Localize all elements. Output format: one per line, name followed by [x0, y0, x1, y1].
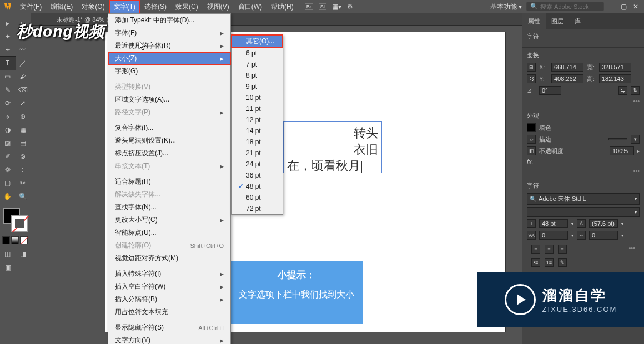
size-item[interactable]: 14 pt: [232, 125, 283, 136]
magic-wand-tool[interactable]: ✦: [0, 30, 16, 43]
stroke-swatch-mini[interactable]: ▱: [527, 135, 536, 144]
menu-file[interactable]: 文件(F): [16, 0, 46, 13]
tab-properties[interactable]: 属性: [522, 13, 546, 29]
type-menu-item[interactable]: 字体(F): [108, 27, 230, 39]
size-item[interactable]: 10 pt: [232, 92, 283, 103]
shaper-tool[interactable]: ✎: [0, 83, 16, 97]
zoom-tool[interactable]: 🔍: [16, 190, 31, 203]
bridge-icon[interactable]: Br: [305, 3, 313, 10]
type-menu-item[interactable]: 适合标题(H): [108, 175, 230, 188]
flip-h-icon[interactable]: ⇋: [618, 86, 627, 95]
more-options-icon[interactable]: •••: [527, 98, 640, 104]
type-menu-item[interactable]: 查找字体(N)...: [108, 201, 230, 214]
eyedropper-tool[interactable]: ✐: [0, 150, 16, 163]
curvature-tool[interactable]: 〰: [16, 43, 31, 57]
type-menu-item[interactable]: 显示隐藏字符(S)Alt+Ctrl+I: [108, 321, 230, 334]
shape-builder-tool[interactable]: ◑: [0, 123, 16, 136]
color-swatch[interactable]: [2, 208, 28, 232]
type-menu-item[interactable]: 字形(G): [108, 65, 230, 78]
menu-object[interactable]: 对象(O): [77, 0, 109, 13]
align-center-icon[interactable]: ≡: [545, 245, 554, 254]
tab-layers[interactable]: 图层: [546, 13, 569, 29]
scale-tool[interactable]: ⤢: [16, 97, 31, 110]
opacity-field[interactable]: 100%: [610, 146, 634, 155]
arrange-docs-icon[interactable]: ▦▾: [332, 3, 341, 11]
type-menu-item[interactable]: 标点挤压设置(J)...: [108, 147, 230, 160]
menu-window[interactable]: 窗口(W): [234, 0, 266, 13]
search-stock-input[interactable]: [540, 3, 600, 10]
close-icon[interactable]: ✕: [631, 3, 641, 11]
type-menu-item[interactable]: 避头尾法则设置(K)...: [108, 134, 230, 147]
slice-tool[interactable]: ✂: [16, 176, 31, 190]
syringe-icon[interactable]: ✎: [558, 258, 567, 267]
type-menu-item[interactable]: 插入特殊字符(I): [108, 267, 230, 280]
rotate-tool[interactable]: ⟳: [0, 97, 16, 110]
align-left-icon[interactable]: ≡: [531, 245, 540, 254]
h-field[interactable]: 182.143: [599, 74, 631, 83]
line-segment-tool[interactable]: ／: [16, 57, 31, 70]
type-menu-item[interactable]: 复合字体(I)...: [108, 122, 230, 134]
paintbrush-tool[interactable]: 🖌: [16, 70, 31, 83]
size-other-item[interactable]: 其它(O)...: [232, 35, 283, 48]
perspective-grid-tool[interactable]: ▦: [16, 123, 31, 136]
maximize-icon[interactable]: ▢: [618, 3, 628, 11]
menu-view[interactable]: 视图(V): [203, 0, 234, 13]
eraser-tool[interactable]: ⌫: [16, 83, 31, 97]
font-size-field[interactable]: 48 pt: [539, 219, 568, 228]
stroke-dropdown-icon[interactable]: ▾: [631, 135, 640, 144]
workspace-switcher[interactable]: 基本功能 ▾: [486, 0, 526, 13]
mesh-tool[interactable]: ▨: [0, 136, 16, 150]
size-item[interactable]: 60 pt: [232, 192, 283, 203]
type-menu-item[interactable]: 大小(Z): [108, 52, 230, 65]
opacity-arrow-icon[interactable]: ▸: [637, 149, 640, 154]
angle-field[interactable]: 0°: [539, 86, 561, 95]
menu-edit[interactable]: 编辑(E): [46, 0, 77, 13]
column-graph-tool[interactable]: ⫾: [16, 163, 31, 176]
bullet-list-icon[interactable]: •≡: [531, 258, 540, 267]
gpu-icon[interactable]: ⚙: [347, 3, 353, 11]
width-tool[interactable]: ⟡: [0, 110, 16, 123]
screen-mode-1[interactable]: ◫: [0, 247, 16, 261]
tracking-field[interactable]: 0: [589, 231, 618, 240]
type-menu-item[interactable]: 智能标点(U)...: [108, 226, 230, 239]
tab-libraries[interactable]: 库: [569, 13, 586, 29]
artboard-tool[interactable]: ▢: [0, 176, 16, 190]
gradient-tool[interactable]: ▤: [16, 136, 31, 150]
screen-mode-3[interactable]: ▣: [0, 261, 16, 274]
type-tool[interactable]: T: [0, 57, 16, 70]
blend-tool[interactable]: ⊚: [16, 150, 31, 163]
type-menu-item[interactable]: 区域文字选项(A)...: [108, 93, 230, 106]
font-style-field[interactable]: -▾: [527, 207, 640, 217]
draw-mode-icons[interactable]: [2, 236, 31, 244]
y-field[interactable]: 408.262: [551, 74, 583, 83]
hand-tool[interactable]: ✋: [0, 190, 16, 203]
size-item[interactable]: 36 pt: [232, 170, 283, 181]
type-menu-item[interactable]: 插入空白字符(W): [108, 280, 230, 293]
minimize-icon[interactable]: —: [606, 3, 616, 11]
type-menu-item[interactable]: 用占位符文本填充: [108, 306, 230, 318]
size-item[interactable]: 12 pt: [232, 114, 283, 125]
size-item[interactable]: 6 pt: [232, 48, 283, 59]
size-item[interactable]: 11 pt: [232, 103, 283, 114]
x-field[interactable]: 668.714: [551, 63, 583, 72]
size-item[interactable]: 7 pt: [232, 59, 283, 70]
stock-icon[interactable]: St: [319, 3, 327, 10]
size-item[interactable]: ✓48 pt: [232, 181, 283, 192]
size-item[interactable]: 24 pt: [232, 159, 283, 170]
free-transform-tool[interactable]: ⊕: [16, 110, 31, 123]
size-item[interactable]: 21 pt: [232, 148, 283, 159]
leading-field[interactable]: (57.6 pt): [589, 219, 618, 228]
menu-select[interactable]: 选择(S): [140, 0, 171, 13]
type-menu-item[interactable]: 更改大小写(C): [108, 214, 230, 226]
pen-tool[interactable]: ✒: [0, 43, 16, 57]
type-menu-item[interactable]: 添加 Typekit 中的字体(D)...: [108, 14, 230, 27]
type-area[interactable]: 转头 衣旧 在，顷看秋月: [283, 121, 382, 173]
size-item[interactable]: 18 pt: [232, 136, 283, 148]
w-field[interactable]: 328.571: [599, 63, 631, 72]
menu-type[interactable]: 文字(T): [109, 0, 140, 13]
menu-help[interactable]: 帮助(H): [266, 0, 298, 13]
char-more-icon[interactable]: •••: [628, 245, 635, 254]
type-menu-item[interactable]: 插入分隔符(B): [108, 293, 230, 306]
symbol-sprayer-tool[interactable]: ❁: [0, 163, 16, 176]
stroke-weight-field[interactable]: [608, 138, 627, 140]
